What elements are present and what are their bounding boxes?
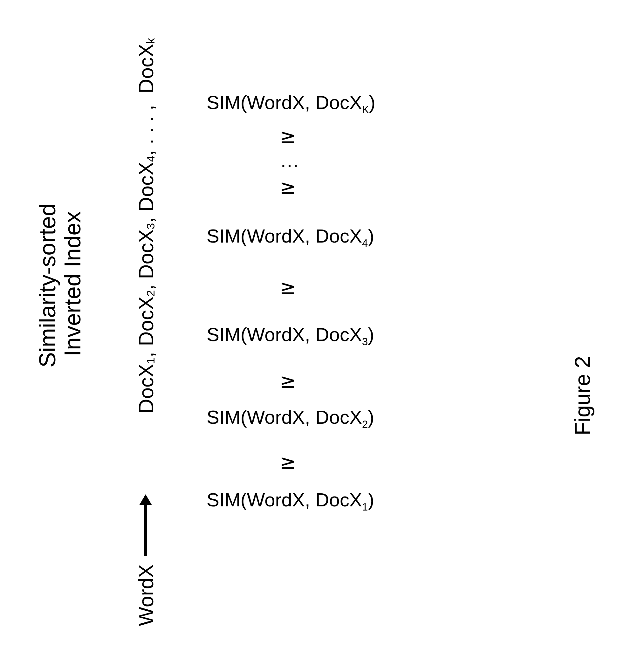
doc-list-ellipsis: . . . , — [135, 105, 158, 144]
geq-icon: ≥ — [280, 125, 296, 147]
doc-item-k: DocXk — [135, 38, 158, 99]
sim-term-4: SIM(WordX, DocX4) — [207, 226, 374, 247]
doc-item-3: DocX3 — [135, 223, 158, 279]
maps-to-arrow-icon — [137, 494, 154, 556]
geq-icon: ≥ — [280, 276, 296, 298]
diagram-title: Similarity-sorted Inverted Index — [35, 203, 85, 368]
doc-item-2: DocX2 — [135, 290, 158, 346]
sim-term-1: SIM(WordX, DocX1) — [207, 490, 374, 510]
sim-term-3: SIM(WordX, DocX3) — [207, 324, 374, 345]
doc-item-4: DocX4 — [135, 156, 158, 212]
geq-icon: ≥ — [280, 176, 296, 198]
figure-caption: Figure 2 — [570, 356, 594, 435]
sim-term-k: SIM(WordX, DocXK) — [207, 92, 376, 113]
doc-item-1: DocX1 — [135, 358, 158, 414]
geq-icon: ≥ — [280, 370, 296, 392]
title-line-2: Inverted Index — [60, 203, 85, 364]
vertical-ellipsis: … — [280, 149, 300, 171]
sim-term-2: SIM(WordX, DocX2) — [207, 407, 374, 428]
title-line-1: Similarity-sorted — [35, 203, 60, 368]
doc-list: DocX1, DocX2, DocX3, DocX4, . . . , DocX… — [135, 38, 157, 414]
geq-icon: ≥ — [280, 451, 296, 473]
svg-marker-1 — [139, 494, 152, 505]
diagram-stage: Similarity-sorted Inverted Index WordX D… — [0, 0, 623, 672]
word-token-label: WordX — [135, 564, 157, 626]
